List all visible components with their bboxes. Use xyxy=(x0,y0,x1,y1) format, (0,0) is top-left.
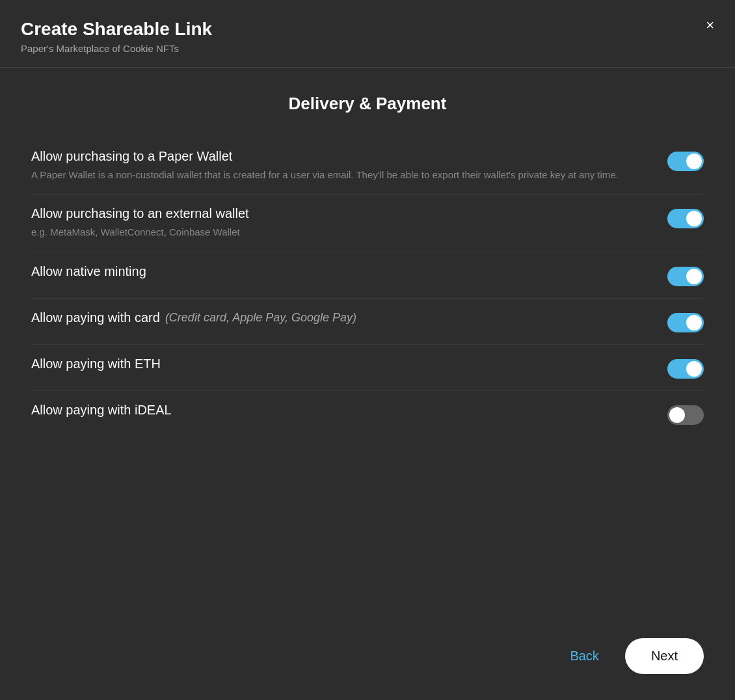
toggle-row-eth-payment: Allow paying with ETH xyxy=(31,345,704,391)
toggle-row-card-payment: Allow paying with card(Credit card, Appl… xyxy=(31,299,704,345)
toggle-row-native-minting: Allow native minting xyxy=(31,252,704,299)
toggle-description-paper-wallet: A Paper Wallet is a non-custodial wallet… xyxy=(31,168,652,183)
toggle-label-external-wallet: Allow purchasing to an external wallet xyxy=(31,206,652,221)
toggle-description-external-wallet: e.g. MetaMask, WalletConnect, Coinbase W… xyxy=(31,225,652,240)
toggle-label-text-eth-payment: Allow paying with ETH xyxy=(31,357,161,371)
toggle-content-card-payment: Allow paying with card(Credit card, Appl… xyxy=(31,310,667,325)
toggle-label-italic-card-payment: (Credit card, Apple Pay, Google Pay) xyxy=(165,311,356,325)
toggle-slider-eth-payment xyxy=(667,359,704,379)
toggle-label-text-ideal-payment: Allow paying with iDEAL xyxy=(31,403,172,418)
toggle-label-text-native-minting: Allow native minting xyxy=(31,264,146,279)
modal-body: Delivery & Payment Allow purchasing to a… xyxy=(0,68,735,620)
toggle-label-text-paper-wallet: Allow purchasing to a Paper Wallet xyxy=(31,149,232,164)
toggles-list: Allow purchasing to a Paper WalletA Pape… xyxy=(31,137,704,437)
toggle-label-text-card-payment: Allow paying with card xyxy=(31,310,160,325)
toggle-label-card-payment: Allow paying with card(Credit card, Appl… xyxy=(31,310,652,325)
next-button[interactable]: Next xyxy=(625,638,704,674)
modal-subtitle: Paper's Marketplace of Cookie NFTs xyxy=(21,43,714,54)
toggle-label-paper-wallet: Allow purchasing to a Paper Wallet xyxy=(31,149,652,164)
toggle-label-native-minting: Allow native minting xyxy=(31,264,652,279)
toggle-switch-paper-wallet[interactable] xyxy=(667,152,704,171)
toggle-slider-ideal-payment xyxy=(667,405,704,425)
toggle-switch-ideal-payment[interactable] xyxy=(667,405,704,425)
toggle-slider-paper-wallet xyxy=(667,152,704,171)
toggle-content-ideal-payment: Allow paying with iDEAL xyxy=(31,403,667,418)
section-title: Delivery & Payment xyxy=(31,94,704,114)
close-button[interactable]: × xyxy=(703,16,717,35)
modal-footer: Back Next xyxy=(0,620,735,700)
toggle-slider-external-wallet xyxy=(667,209,704,228)
toggle-row-external-wallet: Allow purchasing to an external wallete.… xyxy=(31,195,704,252)
toggle-switch-card-payment[interactable] xyxy=(667,313,704,332)
toggle-label-ideal-payment: Allow paying with iDEAL xyxy=(31,403,652,418)
toggle-content-paper-wallet: Allow purchasing to a Paper WalletA Pape… xyxy=(31,149,667,183)
toggle-row-paper-wallet: Allow purchasing to a Paper WalletA Pape… xyxy=(31,137,704,195)
toggle-content-eth-payment: Allow paying with ETH xyxy=(31,357,667,371)
toggle-content-external-wallet: Allow purchasing to an external wallete.… xyxy=(31,206,667,240)
toggle-switch-native-minting[interactable] xyxy=(667,267,704,286)
toggle-slider-native-minting xyxy=(667,267,704,286)
toggle-row-ideal-payment: Allow paying with iDEAL xyxy=(31,391,704,437)
toggle-label-eth-payment: Allow paying with ETH xyxy=(31,357,652,371)
toggle-slider-card-payment xyxy=(667,313,704,332)
toggle-switch-eth-payment[interactable] xyxy=(667,359,704,379)
back-button[interactable]: Back xyxy=(559,643,609,669)
toggle-switch-external-wallet[interactable] xyxy=(667,209,704,228)
modal-container: Create Shareable Link Paper's Marketplac… xyxy=(0,0,735,700)
modal-header: Create Shareable Link Paper's Marketplac… xyxy=(0,0,735,68)
modal-title: Create Shareable Link xyxy=(21,18,714,40)
toggle-content-native-minting: Allow native minting xyxy=(31,264,667,279)
toggle-label-text-external-wallet: Allow purchasing to an external wallet xyxy=(31,206,249,221)
